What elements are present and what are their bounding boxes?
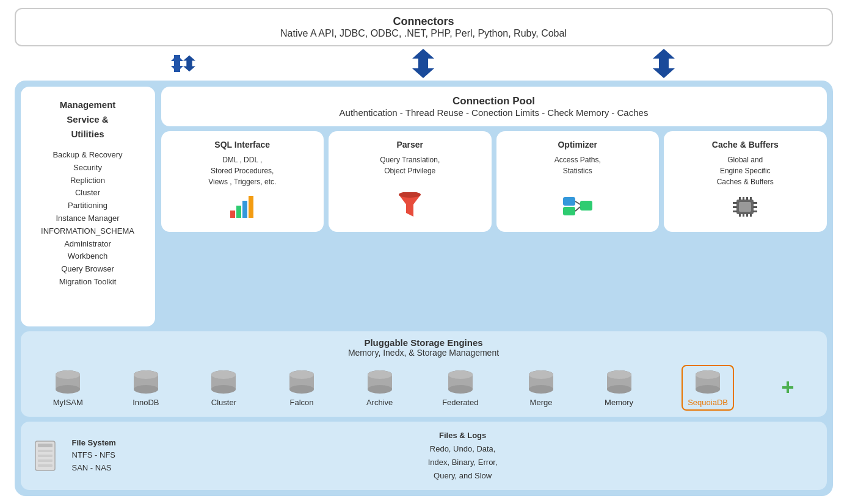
- storage-section: Pluggable Storage Engines Memory, Inedx,…: [21, 331, 827, 417]
- svg-point-37: [56, 385, 80, 394]
- svg-point-70: [696, 370, 720, 379]
- engine-falcon: Falcon: [286, 369, 317, 407]
- engine-label-merge: Merge: [530, 398, 553, 407]
- parser-desc: Query Translation,Object Privilege: [380, 154, 440, 176]
- item-partitioning: Partitioning: [31, 200, 145, 212]
- svg-rect-76: [38, 464, 53, 467]
- svg-rect-8: [230, 211, 235, 218]
- svg-rect-33: [753, 206, 757, 208]
- connectors-box: Connectors Native A API, JDBC, ODBC, .NE…: [15, 8, 833, 46]
- svg-rect-21: [739, 197, 741, 200]
- engine-label-cluster: Cluster: [211, 398, 236, 407]
- plus-icon: +: [782, 375, 794, 400]
- svg-point-53: [368, 385, 392, 394]
- files-title: Files & Logs: [134, 429, 791, 442]
- item-backup: Backup & Recovery: [31, 149, 145, 162]
- main-container: Connectors Native A API, JDBC, ODBC, .NE…: [15, 8, 833, 496]
- fs-text: File System NTFS - NFSSAN - NAS: [72, 437, 116, 475]
- svg-rect-16: [580, 201, 592, 211]
- svg-rect-22: [743, 197, 744, 200]
- fs-title: File System: [72, 437, 116, 450]
- management-items: Backup & Recovery Security Repliction Cl…: [31, 149, 145, 289]
- blue-container: ManagementService &Utilities Backup & Re…: [15, 81, 833, 496]
- pool-title: Connection Pool: [173, 95, 815, 107]
- engine-label-federated: Federated: [442, 398, 478, 407]
- arrows-row: [15, 51, 833, 76]
- cache-desc: Global andEngine SpecificCaches & Buffer…: [717, 154, 774, 187]
- svg-rect-29: [733, 202, 737, 204]
- svg-rect-73: [38, 450, 53, 452]
- svg-point-65: [607, 385, 631, 394]
- fs-left: File System NTFS - NFSSAN - NAS: [33, 437, 116, 475]
- top-section: ManagementService &Utilities Backup & Re…: [21, 87, 827, 326]
- svg-rect-74: [38, 455, 53, 457]
- engines-row: MyISAM InnoDB: [31, 365, 817, 411]
- svg-point-38: [56, 370, 80, 379]
- item-replication: Repliction: [31, 175, 145, 187]
- engine-label-archive: Archive: [366, 398, 393, 407]
- filesystem-icon: [33, 439, 62, 473]
- svg-point-61: [529, 385, 553, 394]
- svg-rect-34: [753, 211, 757, 212]
- fs-items: NTFS - NFSSAN - NAS: [72, 449, 116, 475]
- svg-point-46: [211, 370, 236, 379]
- svg-rect-11: [249, 196, 253, 218]
- management-title: ManagementService &Utilities: [31, 98, 145, 142]
- sql-icon: [229, 192, 256, 223]
- svg-rect-24: [750, 197, 752, 200]
- four-box-row: SQL Interface DML , DDL ,Stored Procedur…: [161, 131, 827, 232]
- filesystem-section: File System NTFS - NFSSAN - NAS Files & …: [21, 422, 827, 490]
- svg-rect-10: [242, 201, 247, 218]
- svg-point-50: [289, 370, 314, 379]
- svg-marker-12: [399, 195, 421, 217]
- parser-icon: [396, 192, 423, 223]
- sql-desc: DML , DDL ,Stored Procedures,Views , Tri…: [208, 154, 276, 187]
- connection-pool: Connection Pool Authentication - Thread …: [161, 87, 827, 126]
- svg-rect-75: [38, 459, 53, 462]
- add-engine-button[interactable]: +: [782, 375, 794, 400]
- svg-rect-14: [563, 197, 575, 206]
- fs-right: [810, 454, 815, 458]
- svg-point-62: [529, 370, 553, 379]
- svg-point-49: [289, 385, 314, 394]
- engine-sequoiadb: SequoiaDB: [682, 365, 734, 411]
- management-panel: ManagementService &Utilities Backup & Re…: [21, 87, 155, 326]
- optimizer-box: Optimizer Access Paths,Statistics: [496, 131, 660, 232]
- arrow-center: [411, 51, 435, 76]
- parser-title: Parser: [396, 140, 423, 149]
- storage-subtitle: Memory, Inedx, & Storage Management: [31, 348, 817, 358]
- parser-box: Parser Query Translation,Object Privileg…: [329, 131, 492, 232]
- right-panel: Connection Pool Authentication - Thread …: [161, 87, 827, 326]
- engine-label-sequoiadb: SequoiaDB: [688, 398, 728, 407]
- connectors-subtitle: Native A API, JDBC, ODBC, .NET, PHP, Per…: [28, 28, 820, 39]
- item-workbench: Workbench: [31, 250, 145, 263]
- svg-rect-26: [743, 214, 744, 217]
- engine-label-falcon: Falcon: [290, 398, 314, 407]
- svg-rect-72: [38, 444, 53, 447]
- svg-rect-9: [236, 206, 241, 218]
- svg-point-45: [211, 385, 236, 394]
- svg-rect-23: [746, 197, 748, 200]
- cache-box: Cache & Buffers Global andEngine Specifi…: [664, 131, 827, 232]
- optimizer-title: Optimizer: [558, 140, 597, 149]
- svg-point-42: [134, 370, 158, 379]
- engine-archive: Archive: [365, 369, 395, 407]
- item-instance: Instance Manager: [31, 212, 145, 225]
- item-info-schema: INFORMATION_SCHEMA: [31, 225, 145, 238]
- optimizer-icon: [562, 192, 594, 223]
- svg-line-17: [575, 201, 580, 204]
- engine-label-innodb: InnoDB: [133, 398, 159, 407]
- svg-marker-7: [653, 59, 675, 78]
- item-security: Security: [31, 162, 145, 175]
- cache-title: Cache & Buffers: [712, 140, 779, 149]
- sql-interface-box: SQL Interface DML , DDL ,Stored Procedur…: [161, 131, 324, 232]
- item-cluster: Cluster: [31, 187, 145, 200]
- svg-rect-25: [739, 214, 741, 217]
- engine-label-myisam: MyISAM: [53, 398, 83, 407]
- svg-marker-1: [171, 55, 183, 72]
- svg-marker-5: [412, 59, 434, 78]
- svg-point-54: [368, 370, 392, 379]
- engine-innodb: InnoDB: [131, 369, 161, 407]
- svg-rect-32: [753, 202, 757, 204]
- storage-title: Pluggable Storage Engines Memory, Inedx,…: [31, 337, 817, 358]
